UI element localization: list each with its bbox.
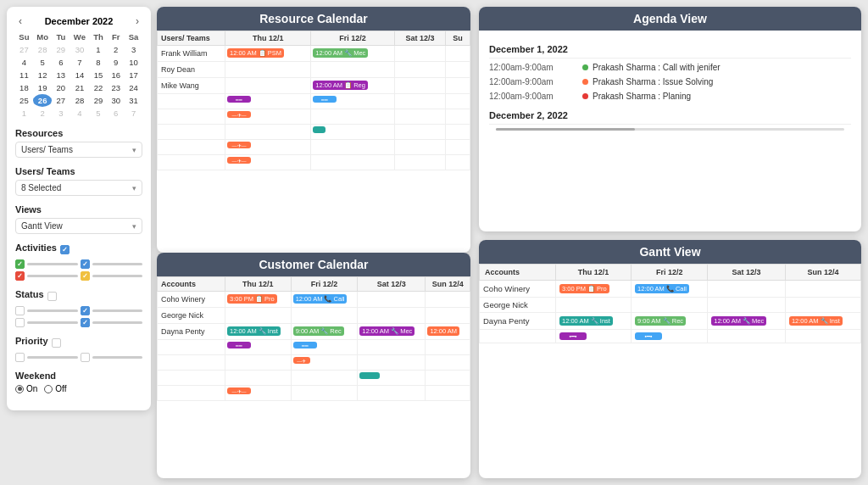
activity-checkbox-2[interactable]: ✓	[81, 259, 90, 269]
event-chip[interactable]: 9:00 AM 🔧 Rec	[293, 326, 344, 336]
event-chip[interactable]: 12:00 AM 📋 PSM	[227, 48, 284, 58]
resource-calendar-title: Resource Calendar	[157, 7, 470, 31]
priority-cb-1[interactable]	[15, 353, 25, 362]
resources-dropdown[interactable]: Users/ Teams ▾	[15, 142, 142, 158]
event-chip[interactable]: 12:00 AM 📋 Reg	[313, 81, 368, 90]
cal-date[interactable]: 5	[33, 56, 53, 69]
event-chip[interactable]: 9:00 AM 🔧 Rec	[635, 316, 686, 326]
cal-date[interactable]: 1	[15, 107, 33, 120]
cal-date[interactable]: 2	[33, 107, 53, 120]
cal-date[interactable]: 3	[125, 43, 142, 56]
event-chip[interactable]: 12:00 AM 🔧 Mec	[313, 48, 368, 58]
users-teams-dropdown[interactable]: 8 Selected ▾	[15, 180, 142, 196]
cal-date[interactable]: 10	[125, 56, 142, 69]
weekend-on-group[interactable]: On	[15, 384, 37, 393]
cal-date[interactable]: 7	[125, 107, 142, 120]
priority-bar-1	[27, 356, 78, 359]
agenda-time-2: 12:00am-9:00am	[489, 77, 582, 86]
status-checkbox[interactable]	[47, 292, 57, 301]
cal-date[interactable]: 28	[33, 43, 53, 56]
rc-row-frank: Frank William	[158, 46, 225, 62]
rc-empty-thu-1: ━━	[225, 94, 311, 109]
cal-date[interactable]: 27	[15, 43, 33, 56]
gv-col-sun: Sun 12/4	[785, 265, 860, 281]
event-chip[interactable]: 12:00 AM 🔧 Inst	[227, 326, 281, 336]
gv-empty-1	[480, 330, 556, 343]
sidebar: ‹ December 2022 › Su Mo Tu We Th Fr Sa 2…	[7, 7, 151, 410]
activity-checkbox-3[interactable]: ✓	[15, 271, 25, 281]
cal-date[interactable]: 4	[15, 56, 33, 69]
status-item-2: ✓	[81, 306, 143, 315]
cal-date[interactable]: 19	[33, 81, 53, 94]
cal-date[interactable]: 13	[52, 69, 70, 81]
cal-date[interactable]: 8	[90, 56, 108, 69]
cal-date[interactable]: 4	[70, 107, 89, 120]
event-chip[interactable]: 12:00 AM 🔧 Mec	[711, 316, 766, 326]
priority-section: Priority	[15, 336, 142, 362]
cal-date[interactable]: 31	[125, 94, 142, 107]
views-dropdown[interactable]: Gantt View ▾	[15, 218, 142, 234]
cal-date[interactable]: 29	[52, 43, 70, 56]
event-chip[interactable]: 12:00 AM	[427, 326, 459, 336]
event-chip[interactable]: 3:00 PM 📋 Pro	[227, 294, 277, 304]
rc-row-roy: Roy Dean	[158, 62, 225, 78]
cal-date[interactable]: 17	[125, 69, 142, 81]
activities-grid: ✓ ✓ ✓ ✓	[15, 259, 142, 281]
event-chip[interactable]: 12:00 AM 🔧 Inst	[789, 316, 843, 326]
activity-checkbox-4[interactable]: ✓	[81, 271, 90, 281]
event-chip[interactable]: 3:00 PM 📋 Pro	[559, 284, 609, 293]
next-month-button[interactable]: ›	[132, 15, 142, 27]
cal-date[interactable]: 28	[70, 94, 89, 107]
cal-date[interactable]: 7	[70, 56, 89, 69]
agenda-divider-1	[489, 58, 851, 59]
cal-date[interactable]: 24	[125, 81, 142, 94]
cal-date[interactable]: 9	[107, 56, 125, 69]
users-teams-chevron-icon: ▾	[132, 184, 136, 192]
rc-empty-sun-1	[446, 94, 470, 109]
priority-checkbox[interactable]	[52, 338, 61, 348]
event-chip[interactable]: 12:00 AM 📞 Call	[635, 284, 689, 293]
cal-date[interactable]: 30	[70, 43, 89, 56]
cal-date[interactable]: 6	[52, 56, 70, 69]
cal-date[interactable]: 29	[90, 94, 108, 107]
weekend-off-radio[interactable]	[44, 385, 53, 393]
cal-date[interactable]: 11	[15, 69, 33, 81]
status-cb-3[interactable]	[15, 318, 25, 327]
cal-date[interactable]: 26	[33, 94, 53, 107]
cc-e4-thu: —✈—	[225, 386, 292, 401]
event-chip[interactable]: 12:00 AM 📞 Call	[293, 294, 348, 304]
gv-col-thu: Thu 12/1	[556, 265, 632, 281]
cal-date[interactable]: 14	[70, 69, 89, 81]
event-chip[interactable]: 12:00 AM 🔧 Inst	[559, 316, 613, 326]
cal-date[interactable]: 22	[90, 81, 108, 94]
event-chip[interactable]: 12:00 AM 🔧 Mec	[359, 326, 415, 336]
cal-date[interactable]: 20	[52, 81, 70, 94]
status-cb-2[interactable]: ✓	[81, 306, 90, 315]
weekend-on-radio[interactable]	[15, 385, 24, 393]
cal-date[interactable]: 18	[15, 81, 33, 94]
priority-cb-2[interactable]	[81, 353, 90, 362]
cal-date[interactable]: 25	[15, 94, 33, 107]
cal-date[interactable]: 5	[90, 107, 108, 120]
cal-date[interactable]: 6	[107, 107, 125, 120]
activity-checkbox-1[interactable]: ✓	[15, 259, 25, 269]
table-row: ━━ ━━	[158, 340, 470, 355]
agenda-time-3: 12:00am-9:00am	[489, 92, 582, 101]
cal-date[interactable]: 30	[107, 94, 125, 107]
status-cb-4[interactable]: ✓	[81, 318, 90, 327]
activities-checkbox[interactable]: ✓	[60, 245, 70, 254]
weekend-off-group[interactable]: Off	[44, 384, 66, 393]
cal-date[interactable]: 12	[33, 69, 53, 81]
rc-mike-fri: 12:00 AM 📋 Reg	[311, 78, 394, 94]
cal-date[interactable]: 21	[70, 81, 89, 94]
prev-month-button[interactable]: ‹	[15, 15, 25, 27]
cal-date[interactable]: 23	[107, 81, 125, 94]
cal-date[interactable]: 16	[107, 69, 125, 81]
cal-date[interactable]: 1	[90, 43, 108, 56]
cal-date[interactable]: 15	[90, 69, 108, 81]
rc-empty-1	[158, 94, 225, 109]
cal-date[interactable]: 2	[107, 43, 125, 56]
cal-date[interactable]: 27	[52, 94, 70, 107]
status-cb-1[interactable]	[15, 306, 25, 315]
cal-date[interactable]: 3	[52, 107, 70, 120]
